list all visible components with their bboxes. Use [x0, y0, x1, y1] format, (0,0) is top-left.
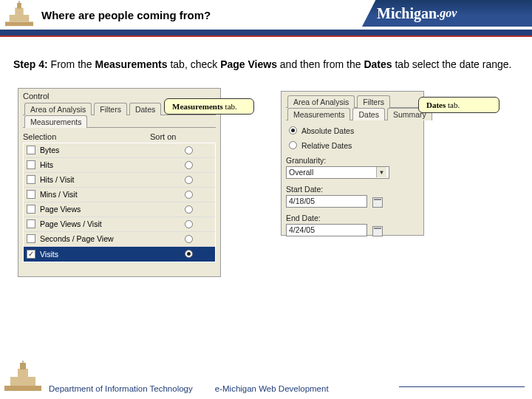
callout-dates: Dates tab. — [418, 97, 499, 113]
banner-suffix: .gov — [437, 7, 457, 20]
svg-rect-1 — [10, 15, 30, 22]
dates-dialog: Area of Analysis Filters Measurements Da… — [281, 91, 424, 236]
svg-rect-7 — [18, 369, 28, 378]
tab-dates-left[interactable]: Dates — [129, 103, 161, 115]
list-item: Hits — [24, 158, 215, 173]
slide-header: Where are people coming from? Michigan.g… — [0, 0, 532, 30]
footer-group: e-Michigan Web Development — [215, 384, 329, 393]
radio[interactable] — [185, 191, 193, 199]
option-relative: Relative Dates — [286, 141, 419, 150]
checkbox[interactable] — [27, 205, 35, 214]
tab-filters[interactable]: Filters — [94, 103, 127, 115]
radio[interactable] — [185, 161, 193, 169]
checkbox[interactable] — [27, 146, 35, 154]
callout-measurements: Measurements tab. — [164, 98, 254, 115]
tab-dates[interactable]: Dates — [352, 108, 384, 120]
list-item: Bytes — [24, 143, 215, 158]
list-item: Page Views / Visit — [24, 217, 215, 232]
capitol-icon — [4, 1, 34, 29]
tab-row: Area of Analysis Filters — [286, 95, 419, 108]
screenshot-area: Control Area of Analysis Filters Dates M… — [0, 88, 532, 280]
svg-rect-0 — [5, 22, 33, 27]
end-date-label: End Date: — [286, 214, 419, 222]
tab-measurements-r[interactable]: Measurements — [287, 108, 350, 120]
radio[interactable] — [185, 146, 193, 154]
checkbox[interactable] — [27, 175, 35, 184]
radio[interactable] — [185, 235, 193, 243]
checkbox[interactable] — [27, 234, 35, 243]
end-date-input[interactable]: 4/24/05 — [286, 224, 367, 236]
checkbox[interactable]: ✓ — [27, 250, 35, 259]
checkbox[interactable] — [27, 219, 35, 228]
divider-red — [0, 35, 532, 37]
list-item: Mins / Visit — [24, 188, 215, 202]
list-item: Seconds / Page View — [24, 232, 215, 247]
checkbox[interactable] — [27, 190, 35, 199]
radio[interactable] — [185, 205, 193, 214]
label-absolute: Absolute Dates — [301, 126, 354, 135]
radio[interactable] — [185, 220, 193, 228]
end-date-field: End Date: 4/24/05 — [286, 214, 419, 236]
selection-list: Bytes Hits Hits / Visit Mins / Visit Pag… — [23, 143, 216, 262]
divider-blue — [0, 30, 532, 35]
michigan-banner: Michigan.gov — [362, 0, 532, 27]
radio[interactable] — [185, 250, 193, 258]
calendar-icon[interactable] — [372, 197, 383, 208]
col-selection: Selection — [23, 132, 150, 141]
checkbox[interactable] — [27, 160, 35, 169]
list-item: Hits / Visit — [24, 173, 215, 188]
radio-absolute[interactable] — [289, 126, 297, 134]
granularity-select[interactable]: Overall ▼ — [286, 166, 389, 179]
start-date-label: Start Date: — [286, 185, 419, 194]
svg-rect-2 — [15, 8, 23, 16]
granularity-label: Granularity: — [286, 156, 326, 165]
column-headers: Selection Sort on — [23, 132, 216, 141]
slide-footer: Department of Information Technology e-M… — [0, 361, 532, 393]
footer-dept: Department of Information Technology — [49, 384, 193, 393]
radio[interactable] — [185, 176, 193, 184]
tab-filters[interactable]: Filters — [357, 95, 390, 108]
list-item: ✓Visits — [24, 247, 215, 262]
measurements-dialog: Control Area of Analysis Filters Dates M… — [18, 88, 221, 277]
tab-area[interactable]: Area of Analysis — [24, 103, 92, 115]
calendar-icon[interactable] — [372, 226, 383, 236]
granularity-field: Granularity: Overall ▼ — [286, 156, 419, 179]
page-title: Where are people coming from? — [41, 9, 211, 21]
tab-row-2: Measurements — [23, 115, 216, 128]
svg-rect-8 — [20, 363, 26, 369]
start-date-field: Start Date: 4/18/05 — [286, 185, 419, 208]
label-relative: Relative Dates — [301, 141, 352, 150]
start-date-input[interactable]: 4/18/05 — [286, 195, 367, 208]
option-absolute: Absolute Dates — [286, 126, 419, 135]
svg-rect-3 — [17, 3, 21, 9]
step-label: Step 4: — [13, 58, 48, 70]
list-item: Page Views — [24, 202, 215, 217]
radio-relative[interactable] — [289, 141, 297, 149]
svg-rect-6 — [10, 377, 35, 386]
chevron-down-icon: ▼ — [376, 167, 386, 177]
step-instruction: Step 4: From the Measurements tab, check… — [13, 58, 517, 72]
tab-measurements[interactable]: Measurements — [24, 115, 87, 128]
tab-row-2: Measurements Dates Summary — [286, 107, 419, 120]
capitol-icon — [4, 361, 41, 393]
tab-area[interactable]: Area of Analysis — [287, 95, 355, 108]
footer-line — [399, 386, 525, 387]
svg-rect-5 — [4, 386, 41, 391]
col-sort: Sort on — [150, 132, 176, 141]
banner-text: Michigan — [377, 5, 437, 22]
